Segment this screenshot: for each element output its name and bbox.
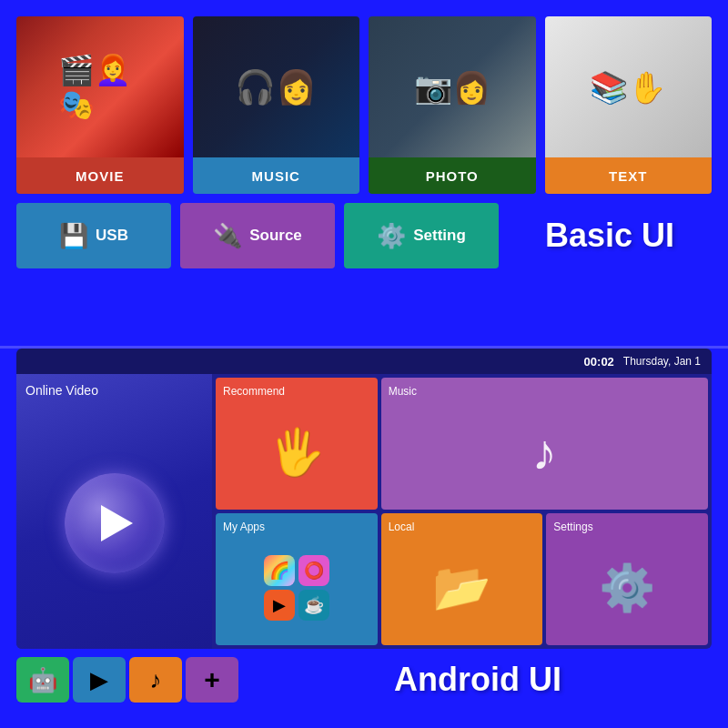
usb-icon: 💾 bbox=[59, 222, 88, 250]
gear-icon: ⚙️ bbox=[599, 561, 655, 614]
android-taskbar: 🤖 ▶ ♪ + bbox=[16, 653, 238, 706]
photo-label: PHOTO bbox=[369, 157, 536, 194]
setting-icon: ⚙️ bbox=[377, 222, 406, 250]
photo-thumbnail bbox=[369, 16, 536, 157]
photo-tile[interactable]: PHOTO bbox=[369, 16, 536, 194]
setting-tile[interactable]: ⚙️ Setting bbox=[344, 203, 499, 268]
photos-app-icon[interactable]: 🌈 bbox=[264, 555, 295, 586]
top-bar-time: 00:02 bbox=[584, 355, 614, 369]
top-bar-date: Thursday, Jan 1 bbox=[623, 355, 701, 368]
android-grid: Recommend 🖐️ Music ♪ My Apps bbox=[212, 374, 712, 649]
taskbar-android-button[interactable]: 🤖 bbox=[16, 657, 69, 703]
android-screen: 00:02 Thursday, Jan 1 Online Video Recom… bbox=[16, 349, 712, 649]
hand-icon: 🖐️ bbox=[268, 426, 325, 479]
media-tiles-row: MOVIE MUSIC PHOTO TEXT bbox=[16, 16, 712, 194]
local-title: Local bbox=[389, 521, 536, 533]
taskbar-play-button[interactable]: ▶ bbox=[73, 657, 126, 703]
settings-title: Settings bbox=[553, 521, 701, 533]
text-thumbnail bbox=[545, 16, 713, 157]
text-label: TEXT bbox=[545, 157, 713, 194]
apps-grid: 🌈 ⭕ ▶ ☕ bbox=[264, 555, 329, 621]
basic-ui-section: MOVIE MUSIC PHOTO TEXT 💾 USB 🔌 Source ⚙️… bbox=[0, 0, 728, 346]
source-icon: 🔌 bbox=[213, 222, 242, 250]
usb-tile[interactable]: 💾 USB bbox=[16, 203, 171, 268]
basic-ui-title-text: Basic UI bbox=[545, 217, 674, 255]
settings-tile[interactable]: Settings ⚙️ bbox=[546, 513, 708, 645]
cup-app-icon[interactable]: ☕ bbox=[298, 590, 329, 621]
play-button-container bbox=[25, 407, 203, 640]
recommend-icon-area: 🖐️ bbox=[223, 401, 370, 502]
movie-thumbnail bbox=[16, 16, 184, 157]
utility-tiles-row: 💾 USB 🔌 Source ⚙️ Setting Basic UI bbox=[16, 203, 712, 268]
source-tile[interactable]: 🔌 Source bbox=[180, 203, 335, 268]
basic-ui-title-area: Basic UI bbox=[508, 217, 712, 255]
music-label: MUSIC bbox=[193, 157, 360, 194]
music-grid-title: Music bbox=[389, 385, 701, 398]
android-top-bar: 00:02 Thursday, Jan 1 bbox=[16, 349, 712, 374]
recommend-tile[interactable]: Recommend 🖐️ bbox=[216, 378, 378, 510]
myapps-title: My Apps bbox=[223, 521, 370, 533]
music-tile[interactable]: MUSIC bbox=[193, 16, 360, 194]
music-icon-area: ♪ bbox=[389, 401, 701, 502]
android-ui-title-text: Android UI bbox=[394, 661, 561, 699]
local-icon-area: 📂 bbox=[389, 537, 536, 638]
source-label: Source bbox=[249, 227, 302, 245]
local-tile[interactable]: Local 📂 bbox=[381, 513, 543, 645]
setting-label: Setting bbox=[413, 227, 466, 245]
usb-label: USB bbox=[96, 227, 128, 245]
recommend-title: Recommend bbox=[223, 385, 370, 398]
myapps-icon-area: 🌈 ⭕ ▶ ☕ bbox=[223, 537, 370, 638]
online-video-title: Online Video bbox=[25, 383, 203, 398]
music-thumbnail bbox=[193, 16, 360, 157]
music-note-icon: ♪ bbox=[532, 423, 558, 481]
android-content: Online Video Recommend 🖐️ bbox=[16, 374, 712, 649]
folder-icon: 📂 bbox=[432, 560, 491, 615]
play-triangle-icon bbox=[101, 505, 133, 541]
playstore-app-icon[interactable]: ▶ bbox=[264, 590, 295, 621]
circle-app-icon[interactable]: ⭕ bbox=[298, 555, 329, 586]
music-grid-tile[interactable]: Music ♪ bbox=[381, 378, 708, 510]
settings-icon-area: ⚙️ bbox=[553, 537, 701, 638]
online-video-panel[interactable]: Online Video bbox=[16, 374, 212, 649]
movie-label: MOVIE bbox=[16, 157, 184, 194]
taskbar-plus-button[interactable]: + bbox=[186, 657, 238, 703]
android-ui-section: 00:02 Thursday, Jan 1 Online Video Recom… bbox=[0, 349, 728, 728]
play-circle-button[interactable] bbox=[65, 473, 165, 573]
myapps-tile[interactable]: My Apps 🌈 ⭕ ▶ ☕ bbox=[216, 513, 378, 645]
movie-tile[interactable]: MOVIE bbox=[16, 16, 184, 194]
android-ui-title-area: Android UI bbox=[244, 652, 712, 708]
text-tile[interactable]: TEXT bbox=[545, 16, 713, 194]
taskbar-music-button[interactable]: ♪ bbox=[129, 657, 182, 703]
